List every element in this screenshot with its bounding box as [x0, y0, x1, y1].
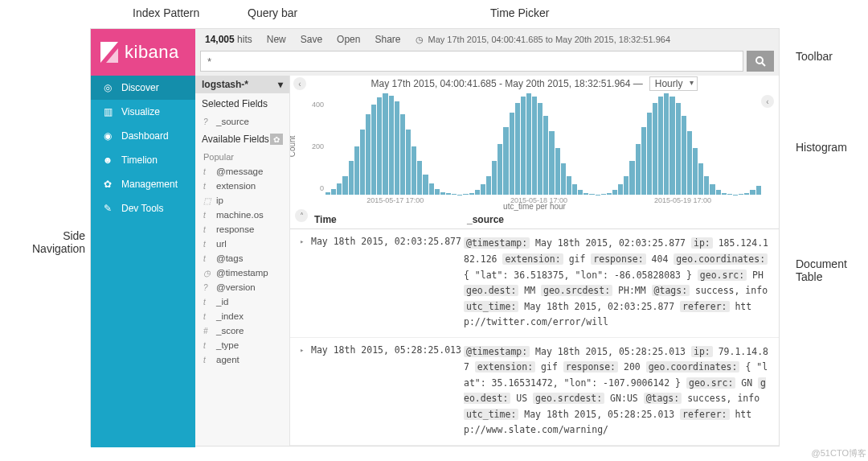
field-key: @tags:: [644, 393, 682, 404]
time-picker[interactable]: ◷ May 17th 2015, 04:00:41.685 to May 20t…: [416, 35, 671, 45]
kibana-logo[interactable]: kibana: [91, 29, 195, 76]
bar: [624, 176, 628, 195]
col-time-header[interactable]: Time: [314, 214, 467, 225]
discover-body: logstash-* ▾ Selected Fields ?_source Av…: [195, 76, 779, 446]
popular-label: Popular: [195, 150, 289, 164]
field-item[interactable]: #_score: [195, 323, 289, 338]
bar: [647, 113, 652, 196]
field-type-icon: t: [203, 225, 211, 234]
field-item[interactable]: tresponse: [195, 222, 289, 237]
bar: [515, 103, 520, 195]
field-name: @message: [216, 167, 263, 176]
svg-line-1: [762, 63, 765, 66]
field-item[interactable]: t@tags: [195, 251, 289, 265]
bar: [612, 190, 617, 195]
bar: [349, 161, 354, 195]
bar: [722, 193, 727, 195]
field-key: geo.srcdest:: [541, 285, 612, 296]
field-item[interactable]: t_type: [195, 338, 289, 352]
field-type-icon: t: [203, 298, 211, 307]
bar: [704, 176, 709, 195]
field-key: utc_time:: [464, 409, 518, 420]
bar: [710, 184, 714, 195]
bar: [435, 189, 440, 195]
collapse-left-button[interactable]: ‹: [293, 77, 306, 90]
field-key: referer:: [680, 409, 729, 420]
bar: [693, 148, 698, 195]
share-button[interactable]: Share: [375, 34, 400, 45]
field-item[interactable]: tmachine.os: [195, 208, 289, 222]
bar: [331, 189, 336, 195]
bar: [618, 184, 623, 195]
logo-text: kibana: [125, 42, 179, 63]
field-type-icon: t: [203, 254, 211, 263]
bar: [366, 114, 371, 195]
fields-settings-button[interactable]: ✿: [270, 134, 283, 145]
bar: [521, 97, 526, 196]
field-item[interactable]: ?_source: [195, 114, 289, 129]
new-button[interactable]: New: [267, 34, 286, 45]
sidebar-item-dashboard[interactable]: ◉Dashboard: [91, 124, 195, 148]
field-key: extension:: [502, 253, 563, 265]
bar: [572, 184, 577, 195]
field-item[interactable]: t_id: [195, 294, 289, 309]
annot-histogram: Histogram: [796, 141, 847, 154]
field-item[interactable]: ⬚ip: [195, 193, 289, 208]
sidebar-item-devtools[interactable]: ✎Dev Tools: [91, 196, 195, 220]
available-fields-header: Available Fields ✿: [195, 129, 289, 150]
field-type-icon: ◷: [203, 269, 211, 278]
nav-label: Timelion: [121, 154, 158, 166]
field-key: ip:: [691, 237, 713, 249]
histogram-chart[interactable]: Count 0200400 2015-05-17 17:002015-05-18…: [290, 92, 779, 200]
kibana-app: kibana ◎Discover▥Visualize◉Dashboard☻Tim…: [90, 28, 780, 447]
interval-selector[interactable]: Hourly: [649, 76, 698, 91]
field-item[interactable]: turl: [195, 237, 289, 251]
bar: [406, 130, 411, 196]
field-name: _source: [216, 117, 249, 126]
bar: [641, 127, 646, 195]
y-tick: 200: [312, 142, 324, 150]
save-button[interactable]: Save: [301, 34, 322, 45]
expand-row-button[interactable]: ▸: [300, 344, 311, 438]
bar: [567, 176, 571, 195]
bar: [607, 193, 612, 195]
field-key: extension:: [475, 361, 535, 373]
bar: [538, 103, 542, 195]
index-pattern-selector[interactable]: logstash-* ▾: [195, 76, 289, 93]
field-name: agent: [216, 355, 240, 364]
bar: [526, 93, 531, 195]
annot-toolbar: Toolbar: [796, 50, 833, 63]
sidebar-item-discover[interactable]: ◎Discover: [91, 76, 195, 100]
bar: [698, 163, 703, 196]
bar: [377, 97, 382, 195]
row-source: @timestamp: May 18th 2015, 05:28:25.013 …: [464, 344, 771, 438]
query-input[interactable]: [200, 51, 743, 72]
main-panel: ‹ May 17th 2015, 04:00:41.685 - May 20th…: [290, 76, 779, 446]
field-item[interactable]: textension: [195, 179, 289, 193]
expand-row-button[interactable]: ▸: [300, 236, 311, 330]
collapse-right-button[interactable]: ‹: [761, 95, 774, 108]
sidebar-item-management[interactable]: ✿Management: [91, 172, 195, 196]
field-item[interactable]: ?@version: [195, 280, 289, 294]
bar: [561, 163, 566, 196]
col-source-header[interactable]: _source: [467, 214, 771, 225]
open-button[interactable]: Open: [337, 34, 360, 45]
field-item[interactable]: t@message: [195, 164, 289, 179]
selected-fields-header: Selected Fields: [195, 93, 289, 114]
bar: [549, 131, 554, 195]
bar: [669, 97, 674, 196]
sidebar-item-timelion[interactable]: ☻Timelion: [91, 148, 195, 172]
bar: [664, 93, 669, 195]
bar: [744, 193, 749, 195]
hit-count: 14,005 hits: [205, 34, 252, 45]
field-key: geo.srcdest:: [533, 393, 604, 404]
field-item[interactable]: tagent: [195, 352, 289, 367]
field-item[interactable]: ◷@timestamp: [195, 265, 289, 280]
field-item[interactable]: t_index: [195, 309, 289, 323]
sidebar-item-visualize[interactable]: ▥Visualize: [91, 100, 195, 124]
bar: [532, 97, 537, 196]
y-tick: 400: [312, 101, 324, 109]
fields-panel: logstash-* ▾ Selected Fields ?_source Av…: [195, 76, 290, 446]
field-key: response:: [563, 361, 618, 373]
search-button[interactable]: [747, 51, 774, 72]
